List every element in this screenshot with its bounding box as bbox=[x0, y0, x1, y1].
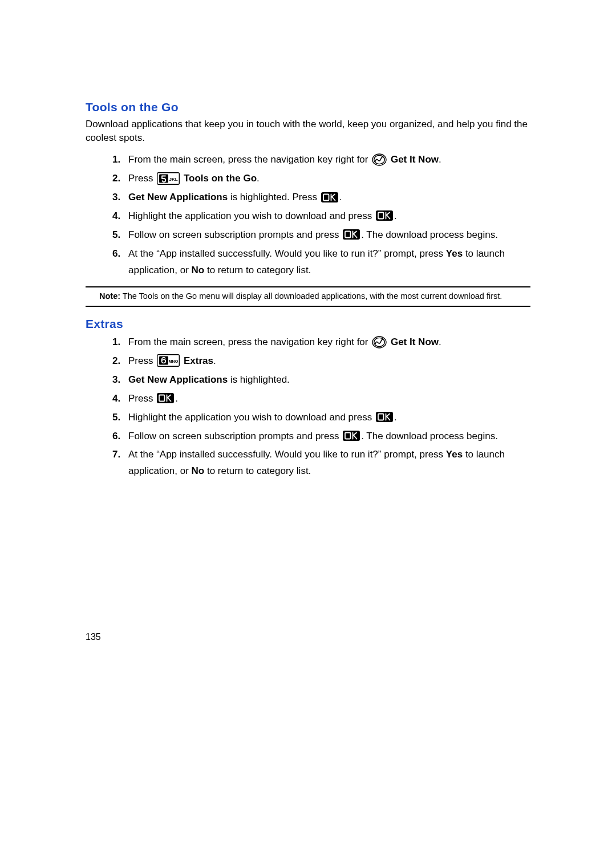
ok-key-icon bbox=[343, 431, 360, 441]
key-5jkl-icon bbox=[157, 172, 180, 185]
step-item: Highlight the application you wish to do… bbox=[128, 208, 530, 225]
step-text: . bbox=[213, 355, 216, 366]
step-text: Follow on screen subscription prompts an… bbox=[128, 431, 342, 441]
divider bbox=[86, 306, 530, 307]
intro-paragraph: Download applications that keep you in t… bbox=[86, 117, 530, 145]
step-text: Press bbox=[128, 355, 156, 366]
step-item: Follow on screen subscription prompts an… bbox=[128, 227, 530, 244]
step-text: Press bbox=[128, 173, 156, 184]
step-item: Follow on screen subscription prompts an… bbox=[128, 428, 530, 445]
step-text: . bbox=[257, 173, 260, 184]
step-text: to return to category list. bbox=[204, 265, 311, 275]
tools-steps-list: From the main screen, press the navigati… bbox=[86, 152, 530, 278]
note-label: Note: bbox=[99, 291, 120, 301]
get-it-now-icon bbox=[372, 153, 387, 166]
manual-page: Tools on the Go Download applications th… bbox=[0, 0, 616, 851]
step-item: Get New Applications is highlighted. bbox=[128, 372, 530, 388]
step-text: Follow on screen subscription prompts an… bbox=[128, 229, 342, 240]
step-bold: No bbox=[192, 465, 205, 476]
step-bold: Get It Now bbox=[391, 154, 439, 165]
step-item: From the main screen, press the navigati… bbox=[128, 152, 530, 168]
step-text: . bbox=[394, 210, 397, 221]
step-bold: Get New Applications bbox=[128, 374, 228, 385]
step-item: At the “App installed successfully. Woul… bbox=[128, 447, 530, 480]
step-text: . bbox=[394, 412, 397, 423]
step-text: . The download process begins. bbox=[361, 229, 498, 240]
step-text: to return to category list. bbox=[204, 465, 311, 476]
ok-key-icon bbox=[343, 229, 360, 240]
note-block: Note: The Tools on the Go menu will disp… bbox=[99, 291, 530, 302]
key-6mno-icon bbox=[157, 354, 180, 367]
step-text: Highlight the application you wish to do… bbox=[128, 412, 375, 423]
step-item: Press . bbox=[128, 391, 530, 407]
extras-steps-list: From the main screen, press the navigati… bbox=[86, 334, 530, 480]
step-item: Press Tools on the Go. bbox=[128, 171, 530, 187]
step-text: . bbox=[439, 337, 441, 347]
step-text: At the “App installed successfully. Woul… bbox=[128, 449, 446, 460]
step-bold: Extras bbox=[184, 355, 213, 366]
step-text: Highlight the application you wish to do… bbox=[128, 210, 375, 221]
step-item: At the “App installed successfully. Woul… bbox=[128, 246, 530, 279]
step-text: . The download process begins. bbox=[361, 431, 498, 441]
ok-key-icon bbox=[376, 412, 393, 422]
step-bold: Yes bbox=[446, 449, 463, 460]
step-text: Press bbox=[128, 393, 156, 404]
get-it-now-icon bbox=[372, 336, 387, 348]
step-text: From the main screen, press the navigati… bbox=[128, 154, 371, 165]
heading-extras: Extras bbox=[86, 317, 530, 331]
step-item: Get New Applications is highlighted. Pre… bbox=[128, 189, 530, 206]
step-bold: Get It Now bbox=[391, 337, 439, 347]
step-text: . bbox=[175, 393, 178, 404]
step-text: is highlighted. Press bbox=[228, 192, 320, 202]
step-bold: Get New Applications bbox=[128, 192, 228, 202]
divider bbox=[86, 286, 530, 287]
step-item: Press Extras. bbox=[128, 353, 530, 370]
note-text: The Tools on the Go menu will display al… bbox=[120, 291, 502, 301]
step-text: . bbox=[339, 192, 342, 202]
ok-key-icon bbox=[376, 210, 393, 221]
step-bold: Yes bbox=[446, 248, 463, 259]
step-text: From the main screen, press the navigati… bbox=[128, 337, 371, 347]
page-number: 135 bbox=[86, 632, 101, 642]
step-bold: Tools on the Go bbox=[184, 173, 257, 184]
heading-tools-on-the-go: Tools on the Go bbox=[86, 100, 530, 114]
step-text: At the “App installed successfully. Woul… bbox=[128, 248, 446, 259]
step-text: is highlighted. bbox=[228, 374, 290, 385]
step-text: . bbox=[439, 154, 441, 165]
step-bold: No bbox=[192, 265, 205, 275]
step-item: Highlight the application you wish to do… bbox=[128, 410, 530, 426]
ok-key-icon bbox=[157, 393, 174, 403]
step-item: From the main screen, press the navigati… bbox=[128, 334, 530, 351]
ok-key-icon bbox=[321, 192, 338, 202]
